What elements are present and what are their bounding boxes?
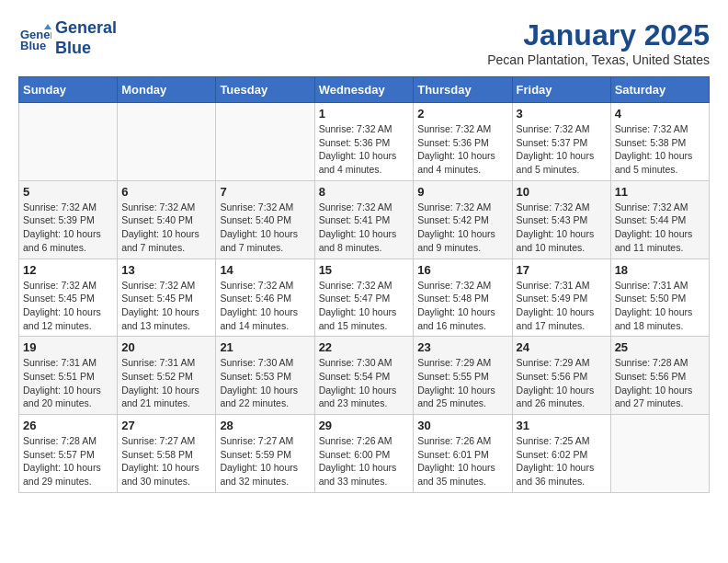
weekday-header-saturday: Saturday <box>610 77 709 103</box>
day-info: Sunrise: 7:32 AMSunset: 5:36 PMDaylight:… <box>417 122 507 177</box>
day-number: 4 <box>615 107 705 121</box>
svg-marker-2 <box>44 24 51 29</box>
day-info: Sunrise: 7:25 AMSunset: 6:02 PMDaylight:… <box>517 434 607 488</box>
day-info: Sunrise: 7:32 AMSunset: 5:45 PMDaylight:… <box>23 279 113 333</box>
day-number: 28 <box>220 419 310 432</box>
title-block: January 2025 Pecan Plantation, Texas, Un… <box>487 18 710 67</box>
calendar-cell: 27Sunrise: 7:27 AMSunset: 5:58 PMDayligh… <box>118 415 216 493</box>
day-info: Sunrise: 7:28 AMSunset: 5:57 PMDaylight:… <box>23 434 113 488</box>
weekday-header-row: SundayMondayTuesdayWednesdayThursdayFrid… <box>19 77 710 103</box>
calendar-cell: 10Sunrise: 7:32 AMSunset: 5:43 PMDayligh… <box>512 180 610 259</box>
calendar-subtitle: Pecan Plantation, Texas, United States <box>487 52 710 67</box>
page-header: General Blue General Blue January 2025 P… <box>18 18 710 67</box>
calendar-cell: 14Sunrise: 7:32 AMSunset: 5:46 PMDayligh… <box>216 259 314 337</box>
calendar-week-1: 1Sunrise: 7:32 AMSunset: 5:36 PMDaylight… <box>19 103 710 181</box>
calendar-cell: 31Sunrise: 7:25 AMSunset: 6:02 PMDayligh… <box>512 415 610 493</box>
calendar-cell: 25Sunrise: 7:28 AMSunset: 5:56 PMDayligh… <box>610 337 709 415</box>
calendar-cell: 12Sunrise: 7:32 AMSunset: 5:45 PMDayligh… <box>19 259 118 337</box>
calendar-cell: 9Sunrise: 7:32 AMSunset: 5:42 PMDaylight… <box>414 180 512 259</box>
day-number: 19 <box>23 340 113 354</box>
calendar-cell: 22Sunrise: 7:30 AMSunset: 5:54 PMDayligh… <box>314 337 414 415</box>
calendar-week-2: 5Sunrise: 7:32 AMSunset: 5:39 PMDaylight… <box>19 180 710 259</box>
day-number: 15 <box>319 263 410 277</box>
weekday-header-friday: Friday <box>512 77 610 103</box>
day-info: Sunrise: 7:32 AMSunset: 5:43 PMDaylight:… <box>517 201 607 255</box>
day-info: Sunrise: 7:26 AMSunset: 6:01 PMDaylight:… <box>417 434 507 488</box>
day-number: 18 <box>615 263 705 277</box>
day-number: 23 <box>417 340 507 354</box>
day-info: Sunrise: 7:32 AMSunset: 5:40 PMDaylight:… <box>220 201 310 255</box>
calendar-cell: 18Sunrise: 7:31 AMSunset: 5:50 PMDayligh… <box>610 259 709 337</box>
day-info: Sunrise: 7:29 AMSunset: 5:55 PMDaylight:… <box>417 356 507 410</box>
day-info: Sunrise: 7:30 AMSunset: 5:53 PMDaylight:… <box>220 356 310 410</box>
day-info: Sunrise: 7:32 AMSunset: 5:41 PMDaylight:… <box>319 201 410 255</box>
logo-icon: General Blue <box>18 22 51 55</box>
day-number: 1 <box>319 107 410 121</box>
calendar-cell: 23Sunrise: 7:29 AMSunset: 5:55 PMDayligh… <box>414 337 512 415</box>
day-number: 17 <box>517 263 607 277</box>
calendar-cell: 7Sunrise: 7:32 AMSunset: 5:40 PMDaylight… <box>216 180 314 259</box>
day-number: 10 <box>517 185 607 199</box>
calendar-cell: 16Sunrise: 7:32 AMSunset: 5:48 PMDayligh… <box>414 259 512 337</box>
calendar-cell: 17Sunrise: 7:31 AMSunset: 5:49 PMDayligh… <box>512 259 610 337</box>
calendar-cell: 4Sunrise: 7:32 AMSunset: 5:38 PMDaylight… <box>610 103 709 181</box>
day-number: 5 <box>23 185 113 199</box>
weekday-header-wednesday: Wednesday <box>314 77 414 103</box>
day-number: 3 <box>517 107 607 121</box>
calendar-cell: 20Sunrise: 7:31 AMSunset: 5:52 PMDayligh… <box>118 337 216 415</box>
day-info: Sunrise: 7:32 AMSunset: 5:47 PMDaylight:… <box>319 279 410 333</box>
day-info: Sunrise: 7:32 AMSunset: 5:46 PMDaylight:… <box>220 279 310 333</box>
calendar-header: SundayMondayTuesdayWednesdayThursdayFrid… <box>19 77 710 103</box>
day-info: Sunrise: 7:32 AMSunset: 5:45 PMDaylight:… <box>121 279 211 333</box>
calendar-cell: 26Sunrise: 7:28 AMSunset: 5:57 PMDayligh… <box>19 415 118 493</box>
calendar-cell <box>216 103 314 181</box>
weekday-header-monday: Monday <box>118 77 216 103</box>
calendar-title: January 2025 <box>487 18 710 52</box>
calendar-cell: 5Sunrise: 7:32 AMSunset: 5:39 PMDaylight… <box>19 180 118 259</box>
calendar-week-3: 12Sunrise: 7:32 AMSunset: 5:45 PMDayligh… <box>19 259 710 337</box>
day-info: Sunrise: 7:32 AMSunset: 5:39 PMDaylight:… <box>23 201 113 255</box>
day-number: 30 <box>417 419 507 432</box>
day-number: 11 <box>615 185 705 199</box>
day-number: 8 <box>319 185 410 199</box>
day-number: 25 <box>615 340 705 354</box>
calendar-cell: 28Sunrise: 7:27 AMSunset: 5:59 PMDayligh… <box>216 415 314 493</box>
day-number: 24 <box>517 340 607 354</box>
weekday-header-sunday: Sunday <box>19 77 118 103</box>
weekday-header-thursday: Thursday <box>414 77 512 103</box>
logo: General Blue General Blue <box>18 18 117 58</box>
day-number: 13 <box>121 263 211 277</box>
day-number: 20 <box>121 340 211 354</box>
day-number: 9 <box>417 185 507 199</box>
calendar-cell: 24Sunrise: 7:29 AMSunset: 5:56 PMDayligh… <box>512 337 610 415</box>
day-number: 31 <box>517 419 607 432</box>
day-number: 29 <box>319 419 410 432</box>
day-info: Sunrise: 7:30 AMSunset: 5:54 PMDaylight:… <box>319 356 410 410</box>
calendar-cell: 8Sunrise: 7:32 AMSunset: 5:41 PMDaylight… <box>314 180 414 259</box>
calendar-cell <box>610 415 709 493</box>
day-info: Sunrise: 7:32 AMSunset: 5:40 PMDaylight:… <box>121 201 211 255</box>
day-number: 12 <box>23 263 113 277</box>
day-number: 7 <box>220 185 310 199</box>
calendar-cell: 30Sunrise: 7:26 AMSunset: 6:01 PMDayligh… <box>414 415 512 493</box>
weekday-header-tuesday: Tuesday <box>216 77 314 103</box>
calendar-cell: 15Sunrise: 7:32 AMSunset: 5:47 PMDayligh… <box>314 259 414 337</box>
calendar-week-4: 19Sunrise: 7:31 AMSunset: 5:51 PMDayligh… <box>19 337 710 415</box>
day-number: 27 <box>121 419 211 432</box>
day-info: Sunrise: 7:32 AMSunset: 5:44 PMDaylight:… <box>615 201 705 255</box>
day-number: 6 <box>121 185 211 199</box>
day-info: Sunrise: 7:31 AMSunset: 5:49 PMDaylight:… <box>517 279 607 333</box>
day-info: Sunrise: 7:29 AMSunset: 5:56 PMDaylight:… <box>517 356 607 410</box>
calendar-cell: 2Sunrise: 7:32 AMSunset: 5:36 PMDaylight… <box>414 103 512 181</box>
calendar-cell: 6Sunrise: 7:32 AMSunset: 5:40 PMDaylight… <box>118 180 216 259</box>
calendar-cell <box>118 103 216 181</box>
calendar-cell: 1Sunrise: 7:32 AMSunset: 5:36 PMDaylight… <box>314 103 414 181</box>
day-number: 22 <box>319 340 410 354</box>
day-info: Sunrise: 7:32 AMSunset: 5:42 PMDaylight:… <box>417 201 507 255</box>
svg-text:Blue: Blue <box>20 39 46 52</box>
calendar-body: 1Sunrise: 7:32 AMSunset: 5:36 PMDaylight… <box>19 103 710 493</box>
calendar-cell: 11Sunrise: 7:32 AMSunset: 5:44 PMDayligh… <box>610 180 709 259</box>
calendar-cell: 3Sunrise: 7:32 AMSunset: 5:37 PMDaylight… <box>512 103 610 181</box>
day-info: Sunrise: 7:32 AMSunset: 5:37 PMDaylight:… <box>517 122 607 177</box>
calendar-table: SundayMondayTuesdayWednesdayThursdayFrid… <box>18 76 710 493</box>
